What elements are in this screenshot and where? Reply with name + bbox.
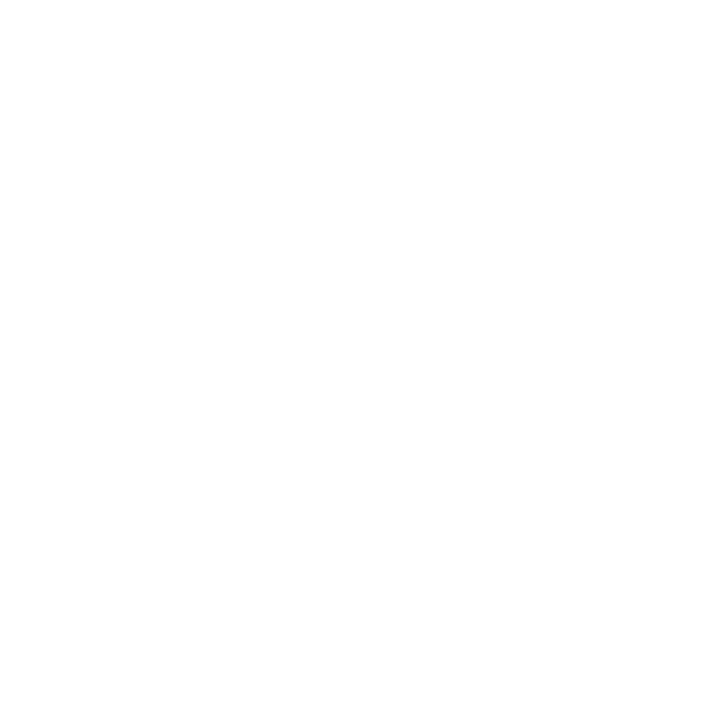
chart-svg [0,0,728,728]
chart-plot [0,0,728,728]
chart-stage [0,0,728,728]
